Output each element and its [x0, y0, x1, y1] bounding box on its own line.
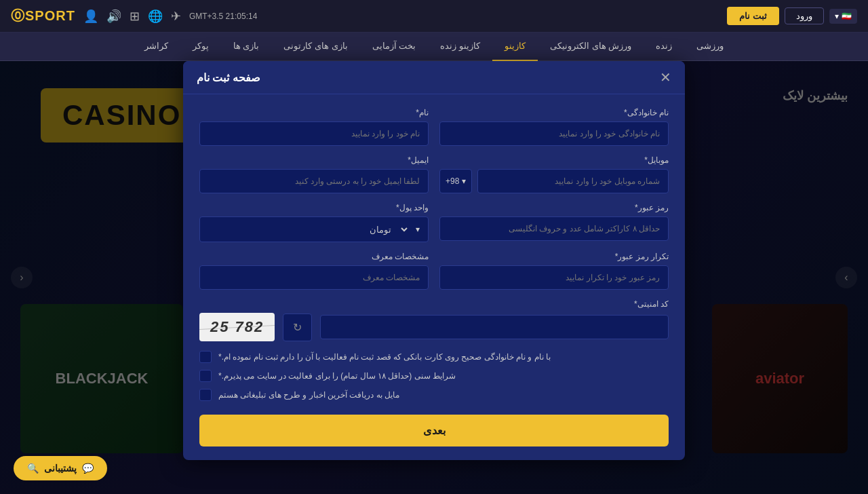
registration-modal: ✕ صفحه ثبت نام نام خانوادگی* نام* موبایل…	[183, 61, 685, 460]
checkbox-3[interactable]	[199, 389, 212, 401]
captcha-code: 782 25	[210, 318, 264, 335]
currency-group: واحد پول* ▾ تومان	[199, 203, 429, 242]
phone-code-arrow: ▾	[462, 176, 466, 186]
navbar: ورزشی زنده ورزش های الکترونیکی کازینو کا…	[0, 33, 868, 61]
password-group: رمز عبور*	[439, 203, 669, 242]
search-icon: 🔍	[27, 463, 39, 474]
checkbox-label-2: شرایط سنی (حداقل ۱۸ سال تمام) را برای فع…	[218, 371, 456, 381]
form-row-name: نام خانوادگی* نام*	[199, 108, 669, 146]
captcha-label: کد امنیتی*	[199, 299, 669, 309]
password-input[interactable]	[439, 216, 669, 241]
site-logo: SPORT⓪	[11, 7, 75, 25]
email-input[interactable]	[199, 169, 429, 193]
form-row-repeat-referral: تکرار رمز عبور* مشخصات معرف	[199, 252, 669, 290]
globe-icon[interactable]: 🌐	[148, 9, 163, 24]
language-flag-button[interactable]: 🇮🇷 ▾	[829, 9, 857, 24]
flag-arrow: ▾	[835, 12, 839, 21]
nav-item-live[interactable]: زنده	[644, 33, 684, 61]
name-label: نام*	[199, 108, 429, 117]
modal-close-button[interactable]: ✕	[660, 71, 671, 84]
flag-icon: 🇮🇷	[842, 12, 852, 21]
logo-accent: ⓪	[11, 8, 25, 23]
checkbox-row-1: با نام و نام خانوادگی صحیح روی کارت بانک…	[199, 351, 669, 363]
topbar-right: GMT+3.5 21:05:14 ✈ 🌐 ⊞ 🔊 👤 SPORT⓪	[11, 7, 257, 25]
checkbox-row-2: شرایط سنی (حداقل ۱۸ سال تمام) را برای فع…	[199, 370, 669, 382]
currency-select[interactable]: ▾	[399, 217, 428, 242]
topbar-left: 🇮🇷 ▾ ورود ثبت نام	[727, 7, 857, 25]
register-button[interactable]: ثبت نام	[727, 7, 779, 25]
phone-group: موبایل* ▾ 98+	[439, 155, 669, 193]
name-group: نام*	[199, 108, 429, 146]
volume-icon[interactable]: 🔊	[106, 9, 121, 24]
nav-item-sports[interactable]: ورزشی	[684, 33, 736, 61]
checkbox-2[interactable]	[199, 370, 212, 382]
nav-item-casino[interactable]: کازینو	[492, 33, 538, 61]
logo-text-main: SPORT	[25, 8, 75, 23]
support-label: پشتیبانی	[44, 463, 77, 474]
currency-value: تومان	[200, 218, 399, 242]
checkbox-label-3: مایل به دریافت آخرین اخبار و طرح های تبل…	[218, 390, 399, 400]
repeat-password-group: تکرار رمز عبور*	[439, 252, 669, 290]
nav-item-lottery[interactable]: بخت آزمایی	[360, 33, 429, 61]
nav-item-live-casino[interactable]: کازینو زنده	[428, 33, 492, 61]
email-group: ایمیل*	[199, 155, 429, 193]
form-row-password-currency: رمز عبور* واحد پول* ▾ تومان	[199, 203, 669, 242]
email-label: ایمیل*	[199, 155, 429, 165]
login-button[interactable]: ورود	[785, 7, 824, 24]
referral-label: مشخصات معرف	[199, 252, 429, 261]
nav-item-poker[interactable]: پوکر	[180, 33, 221, 61]
form-row-contact: موبایل* ▾ 98+ ایمیل*	[199, 155, 669, 193]
grid-icon[interactable]: ⊞	[130, 9, 140, 24]
captcha-input[interactable]	[320, 315, 669, 339]
modal-header: ✕ صفحه ثبت نام	[183, 61, 685, 94]
nav-item-games[interactable]: بازی ها	[221, 33, 272, 61]
captcha-refresh-button[interactable]: ↻	[283, 314, 312, 341]
support-button[interactable]: 💬 پشتیبانی 🔍	[14, 456, 107, 480]
phone-row: ▾ 98+	[439, 169, 669, 193]
captcha-section: کد امنیتی* ↻ 782 25	[199, 299, 669, 341]
name-input[interactable]	[199, 121, 429, 146]
referral-group: مشخصات معرف	[199, 252, 429, 290]
lastname-label: نام خانوادگی*	[439, 108, 669, 117]
checkbox-label-1: با نام و نام خانوادگی صحیح روی کارت بانک…	[218, 352, 551, 362]
phone-input[interactable]	[477, 169, 669, 193]
nav-item-esports[interactable]: ورزش های الکترونیکی	[538, 33, 644, 61]
modal-title: صفحه ثبت نام	[197, 71, 260, 84]
repeat-password-input[interactable]	[439, 265, 669, 290]
lastname-input[interactable]	[439, 121, 669, 146]
captcha-row: ↻ 782 25	[199, 313, 669, 341]
phone-code-selector[interactable]: ▾ 98+	[439, 169, 472, 193]
nav-item-cartoon[interactable]: بازی های کارتونی	[271, 33, 359, 61]
checkbox-row-3: مایل به دریافت آخرین اخبار و طرح های تبل…	[199, 389, 669, 401]
nav-item-crash[interactable]: کراشر	[132, 33, 180, 61]
repeat-password-label: تکرار رمز عبور*	[439, 252, 669, 261]
currency-row: ▾ تومان	[199, 216, 429, 242]
user-icon[interactable]: 👤	[83, 9, 98, 24]
phone-label: موبایل*	[439, 155, 669, 165]
currency-label: واحد پول*	[199, 203, 429, 212]
checkbox-1[interactable]	[199, 351, 212, 363]
support-icon: 💬	[82, 463, 94, 474]
telegram-icon[interactable]: ✈	[171, 9, 181, 24]
topbar: 🇮🇷 ▾ ورود ثبت نام GMT+3.5 21:05:14 ✈ 🌐 ⊞…	[0, 0, 868, 33]
captcha-image: 782 25	[199, 313, 275, 341]
lastname-group: نام خانوادگی*	[439, 108, 669, 146]
password-label: رمز عبور*	[439, 203, 669, 212]
modal-body: نام خانوادگی* نام* موبایل* ▾ 98+	[183, 94, 685, 460]
timezone-display: GMT+3.5 21:05:14	[189, 12, 257, 21]
phone-code-value: 98+	[446, 176, 459, 186]
referral-input[interactable]	[199, 265, 429, 290]
next-button[interactable]: بعدی	[199, 415, 669, 446]
